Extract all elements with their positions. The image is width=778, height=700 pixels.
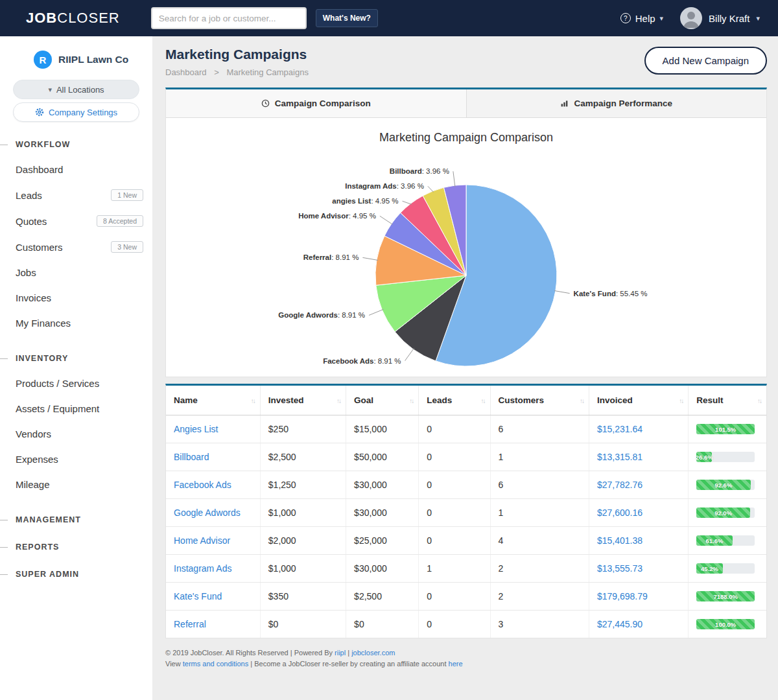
- sidebar-item-mileage[interactable]: Mileage: [0, 472, 152, 497]
- campaign-name-link[interactable]: Referral: [174, 619, 206, 629]
- add-new-campaign-button[interactable]: Add New Campaign: [644, 47, 767, 75]
- sidebar-item-label: Quotes: [16, 216, 47, 227]
- table-row-referral: Referral$0$003$27,445.90100.0%: [166, 611, 766, 638]
- tab-bar: Campaign Comparison Campaign Performance: [166, 89, 766, 118]
- sidebar-item-assets-equipment[interactable]: Assets / Equipment: [0, 396, 152, 421]
- sort-icon[interactable]: ↑↓: [679, 397, 683, 404]
- sort-icon[interactable]: ↑↓: [336, 397, 340, 404]
- footer-link[interactable]: riipl: [335, 649, 346, 657]
- company-header[interactable]: R RIIPL Lawn Co: [0, 47, 152, 76]
- column-header-invested[interactable]: Invested↑↓: [260, 386, 346, 415]
- column-header-name[interactable]: Name↑↓: [166, 386, 260, 415]
- invoiced-link[interactable]: $27,600.16: [597, 508, 642, 518]
- campaign-name-link[interactable]: Home Advisor: [174, 535, 230, 546]
- column-header-label: Invoiced: [597, 395, 633, 405]
- sidebar-item-customers[interactable]: Customers3 New: [0, 234, 152, 260]
- user-silhouette-icon: [680, 7, 702, 29]
- column-header-leads[interactable]: Leads↑↓: [419, 386, 490, 415]
- footer-text: View: [165, 660, 183, 668]
- invested-cell: $1,000: [260, 499, 346, 527]
- sidebar-item-quotes[interactable]: Quotes8 Accepted: [0, 208, 152, 234]
- sort-icon[interactable]: ↑↓: [757, 397, 761, 404]
- user-name: Billy Kraft: [709, 13, 749, 24]
- app-logo[interactable]: JOBCLOSER: [26, 10, 120, 27]
- footer-text: | Become a JobCloser re-seller by creati…: [248, 660, 448, 668]
- footer-link[interactable]: jobcloser.com: [351, 649, 395, 657]
- sidebar-section-inventory[interactable]: INVENTORY: [0, 354, 152, 363]
- chart-card: Campaign Comparison Campaign Performance…: [165, 88, 767, 377]
- help-menu[interactable]: ? Help ▾: [620, 13, 663, 24]
- invoiced-link[interactable]: $13,555.73: [597, 563, 642, 574]
- customers-cell: 1: [490, 499, 589, 527]
- invoiced-link[interactable]: $15,401.38: [597, 535, 642, 546]
- result-progress-track: 26.6%: [696, 452, 755, 462]
- user-menu[interactable]: Billy Kraft ▾: [680, 7, 760, 29]
- sidebar-section-reports[interactable]: REPORTS: [0, 542, 152, 552]
- goal-cell: $15,000: [346, 415, 419, 443]
- pie-label-connector: [453, 171, 455, 187]
- footer-link[interactable]: here: [449, 660, 463, 668]
- sidebar-item-badge: 1 New: [111, 189, 143, 201]
- sidebar-section-management[interactable]: MANAGEMENT: [0, 515, 152, 524]
- sidebar: R RIIPL Lawn Co ▾ All Locations Company …: [0, 36, 152, 700]
- invoiced-link[interactable]: $13,315.81: [597, 452, 642, 462]
- column-header-invoiced[interactable]: Invoiced↑↓: [589, 386, 688, 415]
- pie-label-connector: [554, 291, 570, 294]
- sort-icon[interactable]: ↑↓: [481, 397, 485, 404]
- sidebar-item-label: Products / Services: [16, 378, 99, 389]
- footer-link[interactable]: terms and conditions: [183, 660, 249, 668]
- invested-cell: $1,000: [260, 555, 346, 583]
- sidebar-item-leads[interactable]: Leads1 New: [0, 182, 152, 208]
- sidebar-section-workflow[interactable]: WORKFLOW: [0, 140, 152, 149]
- sort-icon[interactable]: ↑↓: [251, 397, 255, 404]
- campaign-name-link[interactable]: Kate's Fund: [174, 591, 222, 601]
- sidebar-item-expenses[interactable]: Expenses: [0, 447, 152, 472]
- campaign-name-link[interactable]: Angies List: [174, 424, 218, 434]
- sidebar-item-vendors[interactable]: Vendors: [0, 421, 152, 447]
- sidebar-section-super-admin[interactable]: SUPER ADMIN: [0, 570, 152, 579]
- campaign-name-link[interactable]: Billboard: [174, 452, 209, 462]
- sidebar-item-label: Mileage: [16, 479, 50, 490]
- pie-slice-label: angies List: 4.95 %: [332, 197, 398, 205]
- column-header-label: Leads: [427, 395, 452, 405]
- company-settings-button[interactable]: Company Settings: [13, 102, 139, 122]
- table-row-billboard: Billboard$2,500$50,00001$13,315.8126.6%: [166, 443, 766, 471]
- sort-icon[interactable]: ↑↓: [409, 397, 413, 404]
- invested-cell: $0: [260, 611, 346, 638]
- all-locations-dropdown[interactable]: ▾ All Locations: [13, 80, 139, 99]
- sidebar-item-label: Leads: [16, 190, 42, 201]
- campaign-name-link[interactable]: Google Adwords: [174, 508, 241, 518]
- sidebar-item-invoices[interactable]: Invoices: [0, 285, 152, 310]
- column-header-result[interactable]: Result↑↓: [689, 386, 766, 415]
- search-input[interactable]: [151, 7, 307, 29]
- tab-campaign-comparison[interactable]: Campaign Comparison: [166, 89, 466, 117]
- column-header-goal[interactable]: Goal↑↓: [346, 386, 419, 415]
- pie-slice-label: Facebook Ads: 8.91 %: [323, 357, 401, 365]
- sidebar-item-products-services[interactable]: Products / Services: [0, 371, 152, 396]
- result-percentage-label: 26.6%: [696, 454, 713, 461]
- sidebar-item-dashboard[interactable]: Dashboard: [0, 157, 152, 182]
- breadcrumb-dashboard[interactable]: Dashboard: [165, 67, 207, 77]
- invested-cell: $250: [260, 415, 346, 443]
- goal-cell: $30,000: [346, 471, 419, 499]
- campaign-name-link[interactable]: Instagram Ads: [174, 563, 232, 574]
- invoiced-link[interactable]: $179,698.79: [597, 591, 648, 601]
- whats-new-button[interactable]: What's New?: [316, 9, 378, 27]
- table-row-instagram-ads: Instagram Ads$1,000$30,00012$13,555.7345…: [166, 555, 766, 583]
- sidebar-item-label: Assets / Equipment: [16, 403, 99, 414]
- result-percentage-label: 45.2%: [701, 565, 718, 572]
- goal-cell: $0: [346, 611, 419, 638]
- result-progress-bar: 101.5%: [696, 424, 755, 434]
- invoiced-link[interactable]: $15,231.64: [597, 424, 642, 434]
- tab-campaign-performance[interactable]: Campaign Performance: [466, 89, 767, 117]
- sidebar-item-badge: 8 Accepted: [97, 215, 143, 227]
- pie-slice-label: Google Adwords: 8.91 %: [278, 311, 365, 319]
- campaign-name-link[interactable]: Facebook Ads: [174, 480, 231, 490]
- sidebar-item-my-finances[interactable]: My Finances: [0, 310, 152, 336]
- invoiced-link[interactable]: $27,782.76: [597, 480, 642, 490]
- sidebar-item-jobs[interactable]: Jobs: [0, 260, 152, 285]
- invoiced-link[interactable]: $27,445.90: [597, 619, 642, 629]
- column-header-customers[interactable]: Customers↑↓: [490, 386, 589, 415]
- pie-label-connector: [369, 309, 383, 315]
- sort-icon[interactable]: ↑↓: [580, 397, 584, 404]
